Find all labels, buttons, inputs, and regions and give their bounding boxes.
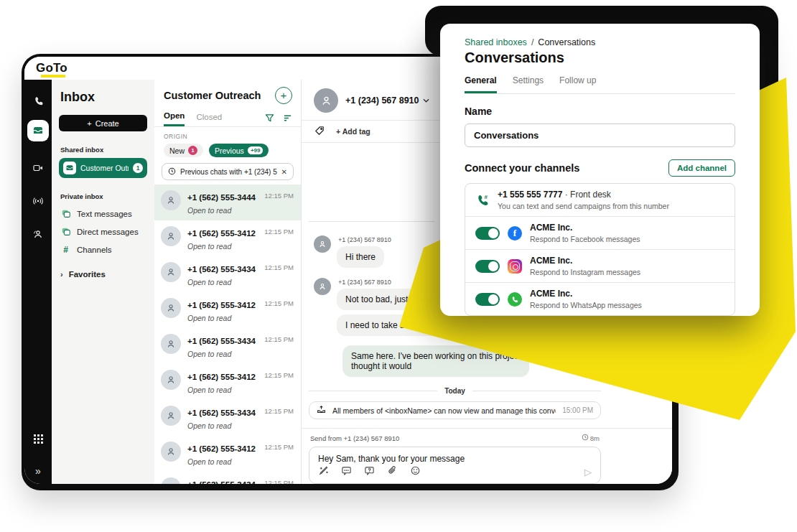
origin-label: ORIGIN — [164, 133, 301, 140]
goto-logo-text: GoTo — [36, 61, 67, 75]
avatar — [161, 406, 181, 426]
conversation-row[interactable]: +1 (562) 555-3444Open to read 12:15 PM — [154, 185, 301, 220]
channel-row-instagram: ACME Inc. Respond to Instagram messages — [465, 249, 735, 282]
message-bubble: Hi there — [337, 246, 384, 268]
breadcrumb: Shared inboxes / Conversations — [465, 37, 735, 47]
tab-settings[interactable]: Settings — [513, 75, 544, 93]
svg-text:#: # — [485, 194, 488, 200]
apps-grid-icon[interactable] — [27, 428, 49, 449]
facebook-toggle[interactable] — [475, 227, 500, 240]
message-draft: Hey Sam, thank you for your message — [318, 454, 592, 464]
timer-clock-icon — [582, 434, 589, 442]
broadcast-icon[interactable] — [27, 190, 49, 212]
chip-previous[interactable]: Previous +99 — [209, 144, 269, 157]
chip-new[interactable]: New 1 — [164, 144, 203, 157]
name-label: Name — [465, 106, 735, 117]
attachment-icon[interactable] — [387, 465, 398, 479]
settings-tabs: General Settings Follow up — [465, 75, 735, 94]
sidebar-item-text-messages[interactable]: Text messages — [59, 205, 147, 223]
add-tag-button[interactable]: + Add tag — [336, 127, 370, 136]
channel-phone-number: +1 555 555 7777 — [498, 190, 562, 200]
channel-row-facebook: f ACME Inc. Respond to Facebook messages — [465, 216, 735, 249]
filter-icon[interactable] — [265, 113, 274, 126]
send-icon[interactable]: ▷ — [584, 467, 592, 477]
previous-count-badge: +99 — [248, 146, 264, 154]
stage: GoTo — [0, 0, 797, 532]
help-message-icon[interactable] — [364, 465, 375, 479]
expand-rail-icon[interactable]: » — [35, 465, 41, 477]
new-conversation-button[interactable]: + — [275, 87, 292, 104]
chevron-right-icon: › — [60, 270, 63, 279]
whatsapp-icon — [508, 292, 522, 307]
phone-number-icon: # — [475, 193, 490, 207]
tab-follow-up[interactable]: Follow up — [559, 75, 596, 93]
sort-icon[interactable] — [283, 113, 292, 126]
emoji-icon[interactable] — [410, 465, 421, 479]
inbox-name-input[interactable] — [465, 123, 735, 147]
message-input[interactable]: Hey Sam, thank you for your message ▷ — [309, 447, 601, 484]
conversation-row[interactable]: +1 (562) 555-3412Open to read 12:15 PM — [154, 436, 301, 472]
channel-row-whatsapp: ACME Inc. Respond to WhatsApp messages — [465, 282, 735, 315]
divider — [154, 126, 301, 127]
sidebar-item-channels[interactable]: # Channels — [59, 241, 147, 258]
tab-open[interactable]: Open — [164, 111, 185, 126]
breadcrumb-shared-inboxes[interactable]: Shared inboxes — [465, 37, 527, 47]
inbox-icon[interactable] — [27, 120, 49, 141]
instagram-toggle[interactable] — [475, 260, 500, 273]
favorites-toggle[interactable]: › Favorites — [59, 270, 147, 279]
shared-inbox-icon — [63, 162, 76, 174]
sidebar-item-direct-messages[interactable]: Direct messages — [59, 223, 147, 241]
create-button[interactable]: + Create — [59, 115, 147, 131]
contact-name-menu[interactable]: +1 (234) 567 8910 — [345, 95, 429, 106]
shared-inbox-label: Shared inbox — [60, 146, 147, 154]
conversation-row[interactable]: +1 (562) 555-3434Open to read 12:15 PM — [154, 400, 301, 436]
video-icon[interactable] — [27, 157, 49, 179]
contacts-icon[interactable] — [27, 223, 49, 245]
unread-badge: 1 — [133, 163, 143, 173]
new-count-badge: 1 — [188, 146, 197, 155]
conversation-row[interactable]: +1 (562) 555-3434Open to read 12:15 PM — [154, 328, 301, 364]
phone-icon[interactable] — [27, 90, 49, 111]
avatar — [161, 298, 181, 318]
contact-avatar — [314, 88, 338, 113]
tab-general[interactable]: General — [465, 75, 497, 93]
conversation-list-panel: Customer Outreach + Open Closed — [154, 80, 302, 484]
facebook-icon: f — [508, 226, 522, 241]
avatar — [314, 235, 331, 253]
avatar — [314, 278, 331, 295]
timer-value: 8m — [590, 434, 600, 442]
avatar — [161, 370, 181, 390]
chevron-down-icon — [423, 98, 429, 103]
add-channel-button[interactable]: Add channel — [668, 159, 735, 177]
avatar — [161, 477, 181, 484]
conversation-row[interactable]: +1 (562) 555-3434Open to read 12:15 PM — [154, 472, 301, 484]
notice-time: 15:00 PM — [562, 406, 593, 414]
conversation-row[interactable]: +1 (562) 555-3412Open to read 12:15 PM — [154, 292, 301, 328]
whatsapp-toggle[interactable] — [475, 293, 500, 306]
channel-phone-label: Front desk — [570, 190, 611, 200]
message-bubble: Not too bad, just trying to — [337, 289, 449, 310]
conversation-row[interactable]: +1 (562) 555-3434Open to read 12:15 PM — [154, 256, 301, 292]
avatar — [161, 334, 181, 354]
avatar — [161, 190, 181, 210]
chat-squares-icon — [60, 226, 71, 237]
system-notice: All members of <inboxName> can now view … — [309, 401, 601, 419]
message-bubble: I need to take a break fr — [337, 314, 445, 336]
conversation-row[interactable]: +1 (562) 555-3412Open to read 12:15 PM — [154, 220, 301, 256]
breadcrumb-current: Conversations — [538, 37, 595, 47]
logo-underline — [41, 75, 65, 78]
template-message-icon[interactable] — [341, 465, 352, 479]
close-icon[interactable]: ✕ — [281, 168, 287, 176]
avatar — [161, 442, 181, 462]
tab-closed[interactable]: Closed — [196, 113, 222, 126]
conversations-settings-card: Shared inboxes / Conversations Conversat… — [440, 24, 760, 316]
active-filter-chip[interactable]: Previous chats with +1 (234) 567-8900 ✕ — [162, 163, 294, 180]
nav-rail: » — [24, 80, 52, 484]
sidebar-item-customer-outreach[interactable]: Customer Outreach 1 — [59, 158, 147, 178]
ai-rewrite-icon[interactable] — [318, 465, 329, 479]
channels-list: # +1 555 555 7777 · Front desk You can t… — [465, 183, 735, 316]
conversation-row[interactable]: +1 (562) 555-3412Open to read 12:15 PM — [154, 364, 301, 400]
date-divider: Today — [309, 387, 601, 395]
history-icon — [168, 167, 176, 177]
inbox-share-icon — [317, 404, 326, 417]
